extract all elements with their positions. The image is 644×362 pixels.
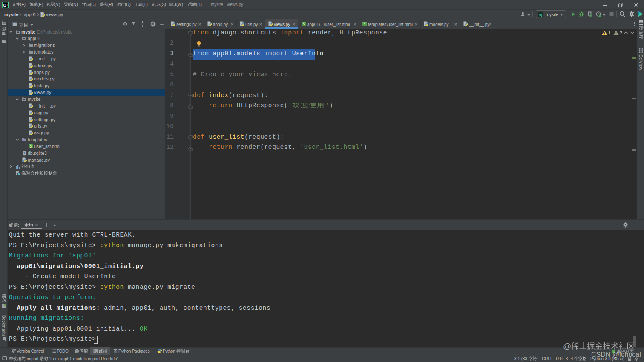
svg-text:5: 5	[30, 145, 32, 148]
svg-text:PC: PC	[3, 3, 8, 7]
svg-text:dj: dj	[539, 13, 542, 17]
svg-text:5: 5	[303, 23, 305, 26]
svg-text:?: ?	[23, 151, 26, 155]
svg-text:5: 5	[364, 23, 365, 26]
